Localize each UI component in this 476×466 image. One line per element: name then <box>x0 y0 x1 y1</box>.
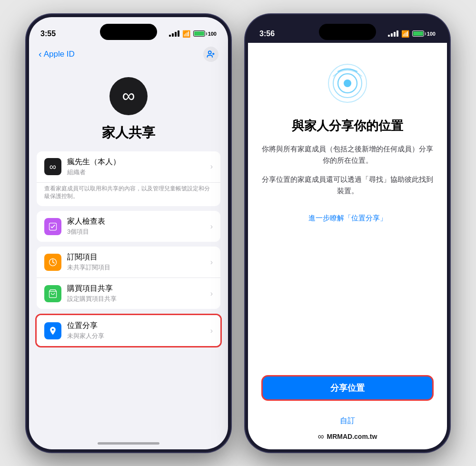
checklist-info: 家人檢查表 3個項目 <box>67 217 208 236</box>
checklist-subtitle: 3個項目 <box>67 228 208 236</box>
family-icon: ∞ <box>109 77 148 115</box>
subscription-title: 訂閱項目 <box>67 252 208 262</box>
wifi-icon-2: 📶 <box>401 30 409 38</box>
purchases-icon <box>44 285 61 302</box>
add-member-button[interactable] <box>203 47 218 62</box>
share-location-button[interactable]: 分享位置 <box>261 375 434 401</box>
signal-icon-2 <box>388 30 398 37</box>
status-time-2: 3:56 <box>259 30 275 38</box>
status-icons-1: 📶 100 <box>169 30 217 38</box>
back-label: Apple ID <box>44 50 75 59</box>
checklist-icon <box>44 218 61 235</box>
checklist-title: 家人檢查表 <box>67 217 208 227</box>
svg-point-7 <box>52 328 54 330</box>
location-item[interactable]: 位置分享 未與家人分享 › <box>37 315 220 346</box>
checklist-item[interactable]: 家人檢查表 3個項目 › <box>37 211 220 242</box>
person-role: 組織者 <box>67 168 208 177</box>
person-description: 查看家庭成員可以取用和共享的內容，以及管理兒童帳號設定和分級保護控制。 <box>37 183 220 207</box>
location-subtitle: 未與家人分享 <box>67 332 208 340</box>
battery-icon-2: 100 <box>412 30 436 37</box>
share-button-label: 分享位置 <box>330 382 365 394</box>
chevron-icon-3: › <box>210 258 213 267</box>
subscription-subtitle: 未共享訂閱項目 <box>67 263 208 272</box>
learn-more-link[interactable]: 進一步瞭解「位置分享」 <box>308 204 387 232</box>
sub-purchase-section: 訂閱項目 未共享訂閱項目 › 購買項目共享 設定購買項目共享 › <box>37 247 220 309</box>
wifi-icon: 📶 <box>182 30 190 38</box>
subscription-item[interactable]: 訂閱項目 未共享訂閱項目 › <box>37 247 220 278</box>
purchases-title: 購買項目共享 <box>67 284 208 294</box>
dynamic-island <box>100 24 157 40</box>
checklist-section: 家人檢查表 3個項目 › <box>37 211 220 242</box>
family-title: 家人共享 <box>29 120 228 151</box>
nav-bar-1: ‹ Apple ID <box>29 43 228 68</box>
person-item[interactable]: ∞ 瘋先生（本人） 組織者 › <box>37 151 220 183</box>
home-indicator-2 <box>317 442 378 445</box>
family-icon-container: ∞ <box>29 68 228 120</box>
chevron-icon-5: › <box>210 327 213 335</box>
status-icons-2: 📶 100 <box>388 30 436 38</box>
phone-1: 3:55 📶 100 <box>26 14 231 452</box>
location-info: 位置分享 未與家人分享 <box>67 321 208 340</box>
battery-icon: 100 <box>193 30 217 37</box>
chevron-icon-2: › <box>210 222 213 231</box>
home-indicator-1 <box>98 442 159 445</box>
dynamic-island-2 <box>319 24 376 40</box>
subscription-icon <box>44 254 61 271</box>
purchases-info: 購買項目共享 設定購買項目共享 <box>67 284 208 303</box>
svg-point-0 <box>208 51 211 54</box>
share-content-area: 與家人分享你的位置 你將與所有家庭成員（包括之後新增的任何成員）分享你的所在位置… <box>248 43 447 449</box>
share-description-2: 分享位置的家庭成員還可以透過「尋找」協助彼此找到裝置。 <box>261 174 434 197</box>
person-name: 瘋先生（本人） <box>67 157 208 167</box>
share-description-1: 你將與所有家庭成員（包括之後新增的任何成員）分享你的所在位置。 <box>261 143 434 166</box>
watermark-logo: ∞ <box>318 432 324 442</box>
phone-2: 3:56 📶 100 <box>245 14 450 452</box>
chevron-left-icon: ‹ <box>39 49 42 59</box>
infinity-icon: ∞ <box>122 86 135 106</box>
status-time-1: 3:55 <box>40 30 56 38</box>
chevron-icon: › <box>210 162 213 171</box>
watermark-text: MRMAD.com.tw <box>327 433 377 440</box>
location-icon <box>44 322 61 339</box>
person-info: 瘋先生（本人） 組織者 <box>67 157 208 177</box>
back-button[interactable]: ‹ Apple ID <box>39 49 75 59</box>
customize-label[interactable]: 自訂 <box>340 416 355 426</box>
location-section-highlighted: 位置分享 未與家人分享 › <box>35 314 222 347</box>
watermark: ∞ MRMAD.com.tw <box>318 430 377 449</box>
location-title: 位置分享 <box>67 321 208 331</box>
person-avatar: ∞ <box>44 158 61 175</box>
svg-point-11 <box>344 79 351 87</box>
person-section: ∞ 瘋先生（本人） 組織者 › 查看家庭成員可以取用和共享的內容，以及管理兒童帳… <box>37 151 220 207</box>
share-location-icon <box>326 62 369 107</box>
share-title: 與家人分享你的位置 <box>292 118 403 134</box>
signal-icon <box>169 30 179 37</box>
chevron-icon-4: › <box>210 289 213 298</box>
purchases-item[interactable]: 購買項目共享 設定購買項目共享 › <box>37 278 220 309</box>
purchases-subtitle: 設定購買項目共享 <box>67 295 208 303</box>
subscription-info: 訂閱項目 未共享訂閱項目 <box>67 252 208 272</box>
